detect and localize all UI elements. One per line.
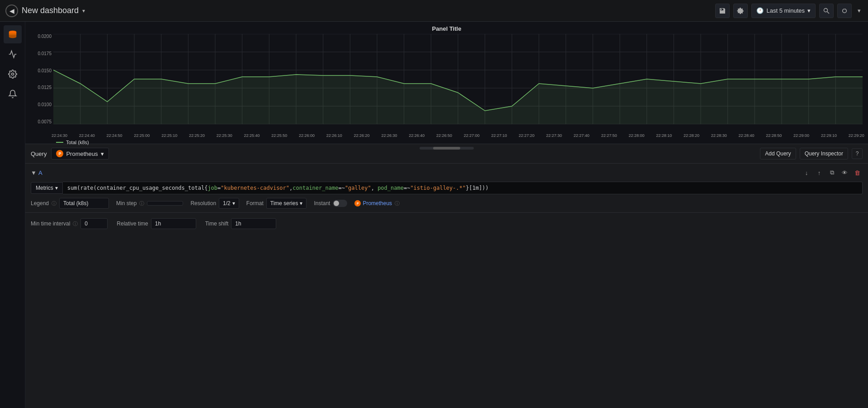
x-label-25: 22:28:40 (739, 133, 755, 138)
x-label-19: 22:27:40 (574, 133, 590, 138)
resolution-caret: ▾ (232, 200, 235, 206)
search-button[interactable] (819, 4, 834, 18)
x-label-6: 22:25:30 (217, 133, 232, 138)
time-shift-group: Time shift (205, 218, 277, 229)
resolution-select[interactable]: 1/2 ▾ (219, 198, 239, 209)
sidebar-item-settings[interactable] (4, 65, 22, 83)
prometheus-link-text: Prometheus (363, 200, 392, 206)
legend-area: Total (k8s) (25, 138, 868, 145)
format-select[interactable]: Time series ▾ (266, 198, 307, 209)
x-label-18: 22:27:30 (546, 133, 562, 138)
x-label-1: 22:24:40 (79, 133, 95, 138)
x-label-10: 22:26:10 (326, 133, 342, 138)
x-label-26: 22:28:50 (766, 133, 782, 138)
scroll-bar-thumb[interactable] (433, 147, 460, 150)
time-shift-label: Time shift (205, 220, 229, 227)
format-label: Format (246, 200, 264, 206)
query-options-row: Legend ⓘ Total (k8s) Min step ⓘ Resoluti… (31, 198, 863, 209)
scroll-bar[interactable] (420, 147, 474, 150)
min-step-input[interactable] (147, 201, 183, 206)
metrics-row: Metrics ▾ sum(rate(container_cpu_usage_s… (31, 182, 863, 194)
chart-area: Panel Title 0.0200 0.0175 0.0150 0.0125 … (25, 22, 868, 144)
metrics-button[interactable]: Metrics ▾ (31, 182, 63, 194)
x-label-29: 22:29:20 (849, 133, 864, 138)
relative-time-input[interactable] (151, 218, 196, 229)
svg-point-3 (11, 73, 14, 75)
legend-color-swatch (56, 142, 63, 143)
legend-input-value: Total (k8s) (63, 200, 88, 206)
prometheus-link[interactable]: P Prometheus (354, 200, 392, 206)
prometheus-link-icon: P (354, 200, 361, 206)
x-label-28: 22:29:10 (821, 133, 837, 138)
min-time-input[interactable] (80, 218, 108, 229)
time-shift-input[interactable] (231, 218, 276, 229)
x-label-2: 22:24:50 (107, 133, 123, 138)
sidebar-item-chart[interactable] (4, 45, 22, 63)
x-label-14: 22:26:50 (436, 133, 452, 138)
sidebar-item-database[interactable] (4, 25, 22, 43)
clock-icon: 🕐 (756, 7, 764, 14)
x-label-17: 22:27:20 (519, 133, 534, 138)
toggle-visibility-button[interactable]: 👁 (839, 167, 850, 178)
top-bar-left: ◀ New dashboard ▾ (5, 5, 85, 17)
min-step-label: Min step (116, 200, 137, 206)
bottom-options: Min time interval ⓘ Relative time Time s… (25, 213, 868, 233)
instant-label: Instant (314, 200, 330, 206)
x-label-5: 22:25:20 (189, 133, 205, 138)
settings-button[interactable] (733, 4, 748, 18)
relative-time-group: Relative time (117, 218, 196, 229)
legend-group: Legend ⓘ Total (k8s) (31, 198, 109, 209)
query-a-arrow: ▼ (31, 169, 37, 176)
x-label-9: 22:26:00 (299, 133, 315, 138)
options-row: Min time interval ⓘ Relative time Time s… (31, 218, 863, 229)
x-label-11: 22:26:20 (354, 133, 370, 138)
x-label-27: 22:29:00 (793, 133, 809, 138)
resolution-value: 1/2 (223, 200, 231, 206)
y-label-1: 0.0200 (31, 34, 52, 39)
time-range-selector[interactable]: 🕐 Last 5 minutes ▾ (751, 4, 816, 18)
time-range-caret: ▾ (807, 7, 811, 14)
x-axis: 22:24:30 22:24:40 22:24:50 22:25:00 22:2… (48, 133, 868, 138)
prometheus-info-icon: ⓘ (395, 200, 400, 207)
sidebar-item-bell[interactable] (4, 85, 22, 103)
x-label-16: 22:27:10 (491, 133, 507, 138)
format-value: Time series (270, 200, 298, 206)
main-layout: Panel Title 0.0200 0.0175 0.0150 0.0125 … (0, 22, 868, 408)
query-a-header: ▼ A ↓ ↑ ⧉ 👁 🗑 (31, 167, 863, 178)
dashboard-caret[interactable]: ▾ (82, 8, 85, 14)
dashboard-title: New dashboard (22, 6, 79, 15)
instant-toggle[interactable] (333, 200, 347, 207)
delete-query-button[interactable]: 🗑 (852, 167, 863, 178)
x-label-0: 22:24:30 (52, 133, 67, 138)
y-label-4: 0.0125 (31, 85, 52, 90)
query-a-section: ▼ A ↓ ↑ ⧉ 👁 🗑 Metrics ▾ (25, 164, 868, 213)
svg-point-0 (824, 8, 828, 12)
min-time-label: Min time interval (31, 220, 70, 227)
legend-input[interactable]: Total (k8s) (59, 198, 109, 209)
query-input[interactable]: sum(rate(container_cpu_usage_seconds_tot… (63, 182, 863, 194)
x-label-13: 22:26:40 (409, 133, 425, 138)
resolution-label: Resolution (190, 200, 216, 206)
min-time-info: ⓘ (73, 220, 78, 227)
time-range-label: Last 5 minutes (766, 7, 805, 14)
query-a-id: A (38, 169, 42, 176)
svg-line-1 (827, 11, 830, 14)
y-label-3: 0.0150 (31, 68, 52, 73)
duplicate-button[interactable]: ⧉ (826, 167, 837, 178)
refresh-button[interactable] (837, 4, 852, 18)
y-label-2: 0.0175 (31, 51, 52, 56)
save-button[interactable] (715, 4, 730, 18)
refresh-caret[interactable]: ▾ (855, 4, 863, 18)
x-label-20: 22:27:50 (601, 133, 617, 138)
back-button[interactable]: ◀ (5, 5, 18, 17)
move-up-button[interactable]: ↑ (814, 167, 825, 178)
x-label-22: 22:28:10 (656, 133, 672, 138)
prometheus-link-group: P Prometheus ⓘ (354, 200, 400, 207)
x-label-3: 22:25:00 (134, 133, 150, 138)
legend-field-label: Legend (31, 200, 49, 206)
resolution-group: Resolution 1/2 ▾ (190, 198, 239, 209)
legend-label: Total (k8s) (66, 140, 89, 145)
move-down-button[interactable]: ↓ (801, 167, 812, 178)
top-bar-right: 🕐 Last 5 minutes ▾ ▾ (715, 4, 863, 18)
metrics-label: Metrics (36, 185, 53, 191)
